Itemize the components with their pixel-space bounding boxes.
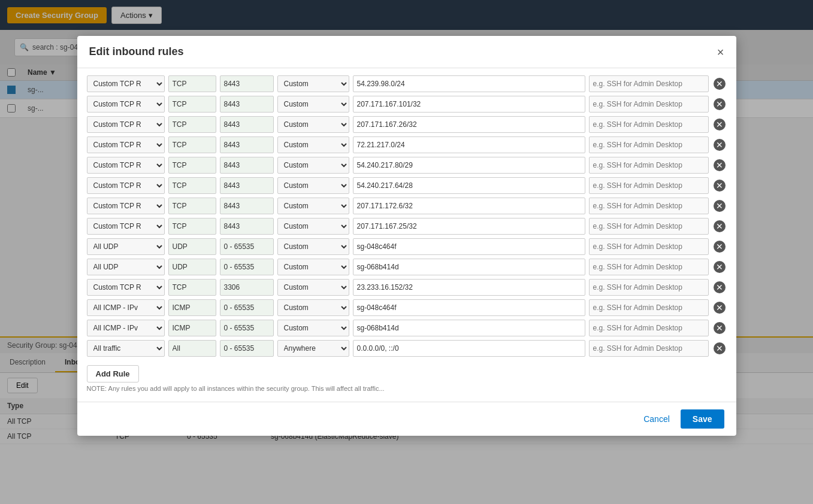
rule-delete-button[interactable]: ✕ <box>712 219 727 233</box>
rule-delete-button[interactable]: ✕ <box>712 280 727 294</box>
close-button[interactable]: × <box>717 46 724 58</box>
delete-circle-icon: ✕ <box>714 98 726 110</box>
rule-protocol-input <box>168 279 216 296</box>
rule-type-select[interactable]: Custom TCP R <box>87 136 165 153</box>
rule-row: All ICMP - IPvCustom✕ <box>87 299 727 316</box>
delete-circle-icon: ✕ <box>714 180 726 192</box>
rule-port-input <box>220 299 274 316</box>
rule-type-select[interactable]: All traffic <box>87 340 165 357</box>
save-button[interactable]: Save <box>681 409 724 429</box>
rule-type-select[interactable]: Custom TCP R <box>87 279 165 296</box>
rule-delete-button[interactable]: ✕ <box>712 239 727 254</box>
edit-inbound-rules-modal: Edit inbound rules × Custom TCP RCustom✕… <box>77 36 736 436</box>
rule-source-type-select[interactable]: Custom <box>277 75 349 92</box>
rule-type-select[interactable]: Custom TCP R <box>87 75 165 92</box>
rule-source-value-input[interactable] <box>353 340 585 357</box>
rule-type-select[interactable]: All UDP <box>87 259 165 275</box>
rule-type-select[interactable]: All ICMP - IPv <box>87 299 165 316</box>
rule-delete-button[interactable]: ✕ <box>712 138 727 152</box>
rule-type-select[interactable]: Custom TCP R <box>87 218 165 235</box>
rule-type-select[interactable]: Custom TCP R <box>87 96 165 113</box>
rule-source-type-select[interactable]: Custom <box>277 279 349 296</box>
rule-delete-button[interactable]: ✕ <box>712 321 727 335</box>
rule-description-input[interactable] <box>589 177 709 194</box>
rule-description-input[interactable] <box>589 238 709 255</box>
rule-description-input[interactable] <box>589 299 709 316</box>
rule-row: All trafficAnywhere✕ <box>87 340 727 357</box>
rule-row: Custom TCP RCustom✕ <box>87 157 727 174</box>
rule-description-input[interactable] <box>589 136 709 153</box>
rule-type-select[interactable]: Custom TCP R <box>87 198 165 214</box>
rule-source-type-select[interactable]: Custom <box>277 238 349 255</box>
rule-protocol-input <box>168 136 216 153</box>
rule-description-input[interactable] <box>589 259 709 275</box>
rule-source-type-select[interactable]: Custom <box>277 136 349 153</box>
rule-description-input[interactable] <box>589 320 709 336</box>
rule-delete-button[interactable]: ✕ <box>712 341 727 356</box>
rule-description-input[interactable] <box>589 279 709 296</box>
rule-source-value-input[interactable] <box>353 177 585 194</box>
rule-row: Custom TCP RCustom✕ <box>87 218 727 235</box>
rule-delete-button[interactable]: ✕ <box>712 158 727 172</box>
rule-source-type-select[interactable]: Custom <box>277 116 349 133</box>
rule-description-input[interactable] <box>589 75 709 92</box>
delete-circle-icon: ✕ <box>714 159 726 171</box>
rule-type-select[interactable]: Custom TCP R <box>87 157 165 174</box>
rule-type-select[interactable]: Custom TCP R <box>87 116 165 133</box>
rule-source-value-input[interactable] <box>353 75 585 92</box>
add-rule-button[interactable]: Add Rule <box>87 365 139 382</box>
modal-header: Edit inbound rules × <box>77 36 736 68</box>
rule-delete-button[interactable]: ✕ <box>712 117 727 132</box>
rule-delete-button[interactable]: ✕ <box>712 300 727 315</box>
rule-port-input <box>220 136 274 153</box>
modal-body[interactable]: Custom TCP RCustom✕Custom TCP RCustom✕Cu… <box>77 68 736 402</box>
delete-circle-icon: ✕ <box>714 78 726 90</box>
rule-port-input <box>220 238 274 255</box>
rule-type-select[interactable]: Custom TCP R <box>87 177 165 194</box>
rule-source-type-select[interactable]: Custom <box>277 299 349 316</box>
cancel-button[interactable]: Cancel <box>639 414 675 424</box>
rule-description-input[interactable] <box>589 198 709 214</box>
rule-source-type-select[interactable]: Custom <box>277 96 349 113</box>
rule-type-select[interactable]: All UDP <box>87 238 165 255</box>
rule-delete-button[interactable]: ✕ <box>712 260 727 274</box>
rule-source-value-input[interactable] <box>353 299 585 316</box>
rule-source-type-select[interactable]: Custom <box>277 259 349 275</box>
note-text: NOTE: Any rules you add will apply to al… <box>87 382 727 394</box>
rule-description-input[interactable] <box>589 116 709 133</box>
rule-source-type-select[interactable]: Custom <box>277 198 349 214</box>
rule-description-input[interactable] <box>589 218 709 235</box>
delete-circle-icon: ✕ <box>714 322 726 334</box>
rule-protocol-input <box>168 238 216 255</box>
rule-protocol-input <box>168 177 216 194</box>
rule-type-select[interactable]: All ICMP - IPv <box>87 320 165 336</box>
rule-source-value-input[interactable] <box>353 96 585 113</box>
rule-source-value-input[interactable] <box>353 116 585 133</box>
rule-source-type-select[interactable]: Custom <box>277 177 349 194</box>
rule-source-value-input[interactable] <box>353 157 585 174</box>
rule-description-input[interactable] <box>589 340 709 357</box>
rule-source-value-input[interactable] <box>353 136 585 153</box>
rule-delete-button[interactable]: ✕ <box>712 97 727 111</box>
rule-row: Custom TCP RCustom✕ <box>87 96 727 113</box>
rule-source-value-input[interactable] <box>353 320 585 336</box>
modal-title: Edit inbound rules <box>89 45 184 58</box>
rule-description-input[interactable] <box>589 96 709 113</box>
rule-source-value-input[interactable] <box>353 238 585 255</box>
rule-delete-button[interactable]: ✕ <box>712 178 727 193</box>
delete-circle-icon: ✕ <box>714 220 726 232</box>
rule-source-type-select[interactable]: Custom <box>277 157 349 174</box>
rule-delete-button[interactable]: ✕ <box>712 77 727 91</box>
rule-source-value-input[interactable] <box>353 279 585 296</box>
rule-protocol-input <box>168 218 216 235</box>
rule-delete-button[interactable]: ✕ <box>712 199 727 213</box>
rule-source-value-input[interactable] <box>353 198 585 214</box>
rule-source-type-select[interactable]: Custom <box>277 218 349 235</box>
rule-description-input[interactable] <box>589 157 709 174</box>
rule-source-type-select[interactable]: Custom <box>277 320 349 336</box>
rule-source-value-input[interactable] <box>353 259 585 275</box>
rule-source-type-select[interactable]: Anywhere <box>277 340 349 357</box>
rule-source-value-input[interactable] <box>353 218 585 235</box>
rule-protocol-input <box>168 259 216 275</box>
rule-protocol-input <box>168 96 216 113</box>
